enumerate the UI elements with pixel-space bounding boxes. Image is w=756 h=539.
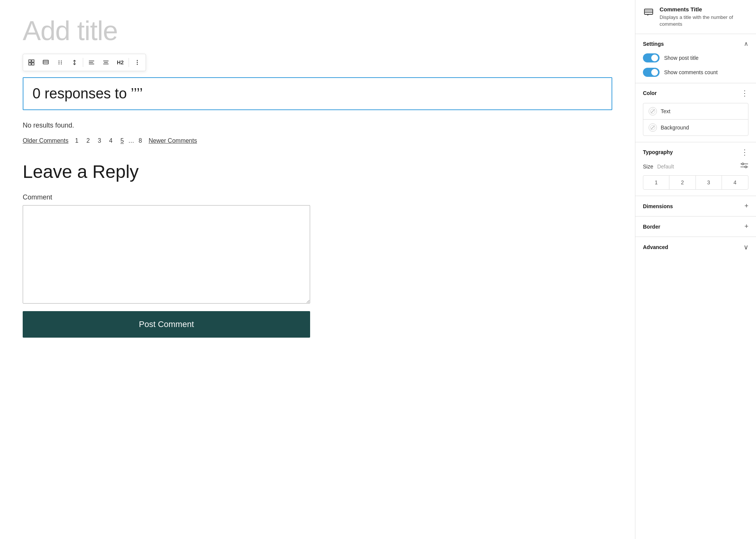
- svg-point-8: [61, 61, 62, 61]
- size-options: 1 2 3 4: [643, 175, 748, 190]
- color-section: Color ⋮ Text Ba: [635, 83, 756, 142]
- svg-point-20: [137, 62, 138, 63]
- settings-title: Settings: [643, 41, 664, 47]
- color-title: Color: [643, 90, 657, 96]
- toolbar-divider-2: [129, 58, 129, 67]
- text-color-label: Text: [661, 108, 671, 114]
- typography-title: Typography: [643, 149, 673, 155]
- text-color-option[interactable]: Text: [643, 103, 748, 120]
- toolbar-comments-icon-btn[interactable]: [39, 56, 53, 69]
- toolbar-move-btn[interactable]: [68, 56, 81, 69]
- block-title: Comments Title: [660, 6, 748, 12]
- align-center-icon: [102, 59, 109, 66]
- advanced-label: Advanced: [643, 244, 668, 250]
- svg-rect-4: [43, 60, 48, 64]
- page-2[interactable]: 2: [83, 136, 93, 146]
- older-comments-link[interactable]: Older Comments: [23, 137, 68, 144]
- svg-point-7: [59, 61, 59, 61]
- svg-rect-22: [644, 9, 653, 14]
- typography-more-icon[interactable]: ⋮: [741, 148, 748, 156]
- post-comment-button[interactable]: Post Comment: [23, 311, 310, 338]
- comments-icon: [42, 59, 49, 66]
- toolbar-select-btn[interactable]: [25, 56, 38, 69]
- block-info-text: Comments Title Displays a title with the…: [660, 6, 748, 28]
- svg-rect-0: [29, 60, 31, 62]
- page-3[interactable]: 3: [94, 136, 105, 146]
- move-icon: [71, 59, 78, 66]
- svg-rect-2: [29, 63, 31, 65]
- block-desc: Displays a title with the number of comm…: [660, 14, 748, 28]
- page-4[interactable]: 4: [106, 136, 116, 146]
- newer-comments-link[interactable]: Newer Comments: [149, 137, 197, 144]
- main-content: Add title: [0, 0, 635, 539]
- color-header: Color ⋮: [643, 89, 748, 97]
- dimensions-expand-icon: +: [744, 202, 748, 210]
- background-color-circle: [649, 123, 657, 132]
- page-8[interactable]: 8: [135, 136, 146, 146]
- select-icon: [28, 59, 35, 66]
- text-color-circle: [649, 107, 657, 115]
- svg-point-19: [137, 60, 138, 61]
- dimensions-section[interactable]: Dimensions +: [635, 196, 756, 217]
- svg-point-9: [59, 62, 59, 63]
- show-comments-count-row: Show comments count: [643, 68, 748, 77]
- settings-section: Settings ∧ Show post title Show comments…: [635, 34, 756, 83]
- no-background-slash: [650, 125, 655, 130]
- settings-header: Settings ∧: [643, 40, 748, 47]
- comment-label: Comment: [23, 193, 612, 201]
- toolbar-drag-btn[interactable]: [53, 56, 67, 69]
- show-post-title-label: Show post title: [664, 55, 699, 61]
- background-color-option[interactable]: Background: [643, 120, 748, 136]
- svg-line-27: [651, 126, 655, 129]
- add-title-placeholder[interactable]: Add title: [23, 15, 612, 46]
- pagination: Older Comments 1 2 3 4 5 … 8 Newer Comme…: [23, 136, 612, 146]
- color-more-icon[interactable]: ⋮: [741, 89, 748, 97]
- show-comments-count-label: Show comments count: [664, 69, 718, 75]
- block-icon: [643, 7, 655, 19]
- comment-textarea[interactable]: [23, 205, 310, 304]
- border-label: Border: [643, 224, 660, 230]
- toolbar-align-left-btn[interactable]: [85, 56, 98, 69]
- comments-title-block[interactable]: 0 responses to ’’’’: [23, 77, 612, 110]
- size-label-text: Size Default: [643, 163, 674, 170]
- size-option-4[interactable]: 4: [722, 176, 748, 189]
- show-post-title-toggle[interactable]: [643, 53, 660, 62]
- no-color-slash: [650, 109, 655, 114]
- size-option-3[interactable]: 3: [696, 176, 722, 189]
- comments-title-icon: [644, 8, 654, 18]
- toolbar-h2-btn[interactable]: H2: [113, 56, 127, 69]
- drag-icon: [57, 59, 64, 66]
- more-icon: [134, 59, 141, 66]
- svg-point-21: [137, 64, 138, 65]
- sidebar: Comments Title Displays a title with the…: [635, 0, 756, 539]
- page-5[interactable]: 5: [117, 136, 127, 146]
- pagination-numbers: 1 2 3 4 5 … 8: [71, 136, 146, 146]
- svg-point-31: [742, 163, 744, 165]
- svg-point-10: [61, 62, 62, 63]
- block-info: Comments Title Displays a title with the…: [635, 0, 756, 34]
- show-comments-count-toggle[interactable]: [643, 68, 660, 77]
- dimensions-label: Dimensions: [643, 203, 673, 209]
- advanced-section[interactable]: Advanced ∨: [635, 237, 756, 257]
- page-1[interactable]: 1: [71, 136, 82, 146]
- no-results-text: No results found.: [23, 122, 612, 129]
- show-post-title-row: Show post title: [643, 53, 748, 62]
- typography-header: Typography ⋮: [643, 148, 748, 156]
- size-row: Size Default: [643, 162, 748, 171]
- typography-section: Typography ⋮ Size Default 1 2 3 4: [635, 142, 756, 196]
- border-expand-icon: +: [744, 223, 748, 231]
- size-adjust-icon[interactable]: [740, 162, 748, 171]
- leave-reply-heading: Leave a Reply: [23, 161, 612, 182]
- settings-collapse-icon[interactable]: ∧: [744, 40, 748, 47]
- toolbar-divider-1: [83, 58, 83, 67]
- svg-point-12: [61, 64, 62, 64]
- toolbar-more-btn[interactable]: [130, 56, 144, 69]
- svg-point-32: [745, 166, 747, 168]
- border-section[interactable]: Border +: [635, 217, 756, 237]
- align-left-icon: [88, 59, 95, 66]
- size-option-1[interactable]: 1: [643, 176, 669, 189]
- size-option-2[interactable]: 2: [669, 176, 695, 189]
- toolbar-align-center-btn[interactable]: [99, 56, 113, 69]
- pagination-ellipsis: …: [128, 137, 134, 144]
- advanced-collapse-icon: ∨: [744, 243, 748, 251]
